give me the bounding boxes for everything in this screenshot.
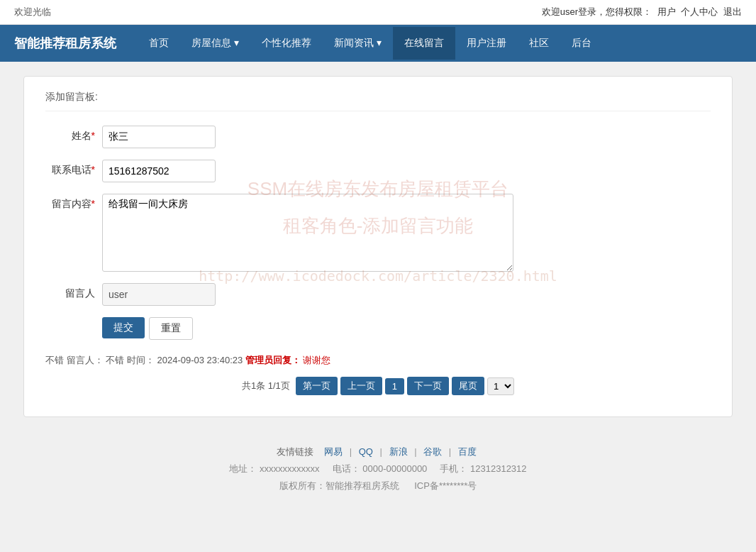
footer-info: 地址： xxxxxxxxxxxxx 电话： 0000-00000000 手机： … <box>7 463 749 475</box>
content-textarea[interactable]: 给我留一间大床房 <box>102 194 513 272</box>
footer-link-qq[interactable]: QQ <box>359 446 373 457</box>
last-page-btn[interactable]: 尾页 <box>452 377 484 395</box>
footer-phone-value: 0000-00000000 <box>362 463 427 474</box>
author-input <box>102 283 216 306</box>
footer-address-value: xxxxxxxxxxxxx <box>260 463 320 474</box>
nav-register[interactable]: 用户注册 <box>455 27 518 60</box>
comment-item: 不错 留言人： 不错 时间： 2024-09-03 23:40:23 管理员回复… <box>45 354 711 367</box>
phone-input[interactable] <box>102 160 216 182</box>
main-content: 添加留言板: SSM在线房东发布房屋租赁平台 租客角色-添加留言功能 姓名* 联… <box>16 76 740 417</box>
name-group: 姓名* <box>45 126 711 148</box>
reset-button[interactable]: 重置 <box>149 317 193 340</box>
user-role-link[interactable]: 用户 <box>657 6 676 17</box>
nav-house-info[interactable]: 房屋信息 ▾ <box>180 27 250 60</box>
comment-reply-text: 谢谢您 <box>303 355 330 365</box>
panel-title: 添加留言板: <box>45 91 711 111</box>
footer: 友情链接 网易 | QQ | 新浪 | 谷歌 | 百度 地址： xxxxxxxx… <box>0 431 756 507</box>
footer-links-label: 友情链接 <box>277 446 313 457</box>
comment-author: 不错 <box>106 355 124 365</box>
next-page-btn[interactable]: 下一页 <box>407 377 449 395</box>
nav-community[interactable]: 社区 <box>518 27 560 60</box>
footer-mobile-label: 手机： <box>440 463 467 474</box>
footer-link-sina[interactable]: 新浪 <box>389 446 408 457</box>
current-page-btn[interactable]: 1 <box>385 378 404 394</box>
personal-center-link[interactable]: 个人中心 <box>681 6 718 17</box>
comment-time: 2024-09-03 23:40:23 <box>157 355 243 365</box>
footer-mobile-value: 12312312312 <box>470 463 527 474</box>
comment-reply-label: 管理员回复： <box>245 355 301 365</box>
prev-page-btn[interactable]: 上一页 <box>340 377 382 395</box>
message-panel: 添加留言板: SSM在线房东发布房屋租赁平台 租客角色-添加留言功能 姓名* 联… <box>23 76 733 417</box>
welcome-left: 欢迎光临 <box>14 6 51 18</box>
phone-label: 联系电话* <box>45 160 102 177</box>
footer-address-label: 地址： <box>229 463 257 474</box>
main-nav: 智能推荐租房系统 首页 房屋信息 ▾ 个性化推荐 新闻资讯 ▾ 在线留言 用户注… <box>0 25 756 62</box>
nav-links: 首页 房屋信息 ▾ 个性化推荐 新闻资讯 ▾ 在线留言 用户注册 社区 后台 <box>138 27 603 60</box>
submit-button[interactable]: 提交 <box>102 317 145 338</box>
top-bar-right: 欢迎user登录，您得权限： 用户 个人中心 退出 <box>539 6 742 18</box>
footer-links: 友情链接 网易 | QQ | 新浪 | 谷歌 | 百度 <box>7 446 749 458</box>
nav-backend[interactable]: 后台 <box>560 27 603 60</box>
footer-phone-label: 电话： <box>333 463 360 474</box>
footer-link-wangyi[interactable]: 网易 <box>324 446 343 457</box>
pagination: 共1条 1/1页 第一页 上一页 1 下一页 尾页 1 2 <box>45 377 711 395</box>
comment-list: 不错 留言人： 不错 时间： 2024-09-03 23:40:23 管理员回复… <box>45 354 711 367</box>
top-bar: 欢迎光临 欢迎user登录，您得权限： 用户 个人中心 退出 <box>0 0 756 25</box>
author-group: 留言人 <box>45 283 711 306</box>
comment-text: 不错 <box>45 355 64 365</box>
author-label: 留言人 <box>45 283 102 300</box>
welcome-right-text: 欢迎user登录，您得权限： <box>542 6 652 17</box>
total-info: 共1条 1/1页 <box>242 380 290 392</box>
nav-home[interactable]: 首页 <box>138 27 180 60</box>
logout-link[interactable]: 退出 <box>723 6 742 17</box>
nav-brand: 智能推荐租房系统 <box>14 25 130 62</box>
name-input[interactable] <box>102 126 216 148</box>
nav-news[interactable]: 新闻资讯 ▾ <box>323 27 393 60</box>
footer-copyright: 版权所有：智能推荐租房系统 ICP备********号 <box>7 480 749 492</box>
content-group: 留言内容* 给我留一间大床房 <box>45 194 711 272</box>
nav-personalized[interactable]: 个性化推荐 <box>250 27 323 60</box>
nav-message[interactable]: 在线留言 <box>393 27 455 60</box>
content-label: 留言内容* <box>45 194 102 211</box>
first-page-btn[interactable]: 第一页 <box>296 377 338 395</box>
name-label: 姓名* <box>45 126 102 143</box>
buttons-group: 提交 重置 <box>45 317 711 340</box>
footer-link-baidu[interactable]: 百度 <box>458 446 477 457</box>
footer-link-google[interactable]: 谷歌 <box>423 446 442 457</box>
page-select[interactable]: 1 2 <box>487 377 514 395</box>
phone-group: 联系电话* <box>45 160 711 182</box>
